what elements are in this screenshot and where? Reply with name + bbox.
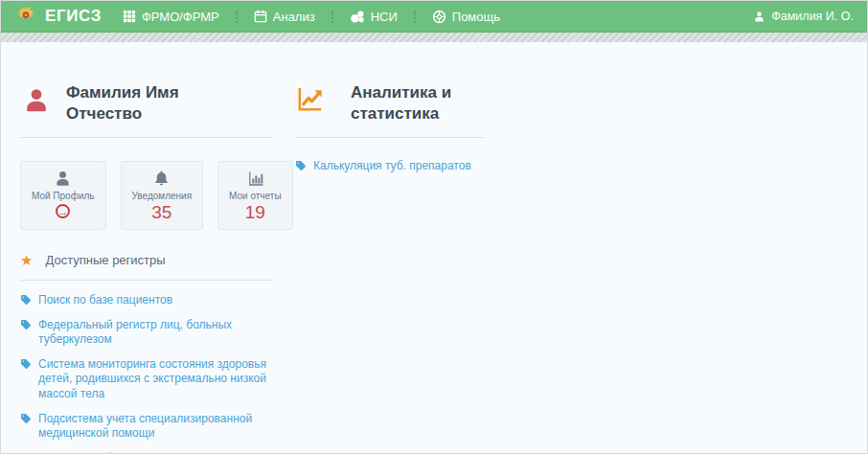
coat-of-arms-logo-icon xyxy=(14,5,37,28)
link-label: Система мониторинга состояния здоровья д… xyxy=(38,357,272,402)
profile-header: Фамилия Имя Отчество xyxy=(20,82,272,125)
nav-separator xyxy=(236,11,238,23)
link-label: Федеральный регистр лиц, больных туберку… xyxy=(38,318,272,348)
link-children-monitoring-system[interactable]: Система мониторинга состояния здоровья д… xyxy=(20,357,272,402)
link-specialized-care-subsystem[interactable]: Подсистема учета специализированной меди… xyxy=(20,412,272,442)
link-patient-search[interactable]: Поиск по базе пациентов xyxy=(20,293,272,308)
card-label: Уведомления xyxy=(132,191,193,201)
bar-chart-icon xyxy=(229,170,282,188)
tag-icon xyxy=(20,319,32,330)
nav-item-label: Помощь xyxy=(452,10,500,24)
nav-separator xyxy=(331,11,333,23)
bell-icon xyxy=(132,170,193,188)
lifebuoy-icon xyxy=(432,10,446,24)
registers-links: Поиск по базе пациентов Федеральный реги… xyxy=(20,293,272,454)
user-menu[interactable]: Фамилия И. О. xyxy=(753,10,854,23)
link-label: Калькуляция туб. препаратов xyxy=(313,159,471,174)
nav-item-nsi[interactable]: НСИ xyxy=(350,10,398,24)
brand-title: ЕГИСЗ xyxy=(45,7,102,26)
person-icon xyxy=(32,170,95,188)
tag-icon xyxy=(20,294,32,306)
decorative-hatch-strip xyxy=(1,33,867,42)
link-label: Подсистема учета специализированной меди… xyxy=(38,412,272,442)
calendar-icon xyxy=(254,10,267,23)
tag-icon xyxy=(20,358,32,370)
profile-title: Фамилия Имя Отчество xyxy=(66,82,205,125)
nav-item-label: Анализ xyxy=(273,10,315,24)
star-icon: ★ xyxy=(20,253,33,267)
grid-icon xyxy=(123,10,136,23)
link-tub-drugs-calculation[interactable]: Калькуляция туб. препаратов xyxy=(295,159,501,174)
analytics-title: Аналитика и статистика xyxy=(351,82,490,125)
profile-column: Фамилия Имя Отчество Мой Профиль → xyxy=(20,82,272,454)
nav-item-analiz[interactable]: Анализ xyxy=(254,10,315,24)
egisz-portal-window: ЕГИСЗ ФРМО/ФРМР Анализ НСИ xyxy=(0,0,868,454)
tag-icon xyxy=(295,160,307,171)
card-my-profile[interactable]: Мой Профиль → xyxy=(20,161,106,230)
person-icon xyxy=(22,84,51,117)
link-label: Поиск по базе пациентов xyxy=(38,293,172,308)
nav-item-label: НСИ xyxy=(371,10,398,24)
top-navbar: ЕГИСЗ ФРМО/ФРМР Анализ НСИ xyxy=(1,1,867,33)
section-available-registers: ★ Доступные регистры xyxy=(20,253,272,267)
divider xyxy=(295,137,485,138)
notifications-count: 35 xyxy=(132,203,193,223)
nav-separator xyxy=(414,11,416,23)
card-label: Мой Профиль xyxy=(32,191,95,201)
card-label: Мои отчеты xyxy=(229,191,282,201)
user-icon xyxy=(753,11,765,23)
link-tuberculosis-register[interactable]: Федеральный регистр лиц, больных туберку… xyxy=(20,318,272,348)
nav-item-label: ФРМО/ФРМР xyxy=(142,10,219,24)
circles-icon xyxy=(350,10,365,24)
user-name: Фамилия И. О. xyxy=(771,10,854,23)
card-my-reports[interactable]: Мои отчеты 19 xyxy=(217,161,293,230)
home-link[interactable]: ЕГИСЗ xyxy=(14,5,123,28)
section-title: Доступные регистры xyxy=(45,253,165,267)
divider xyxy=(20,137,272,138)
analytics-header: Аналитика и статистика xyxy=(295,82,501,125)
main-content: Фамилия Имя Отчество Мой Профиль → xyxy=(1,42,867,454)
arrow-right-circle-icon: → xyxy=(56,204,70,218)
nav-item-help[interactable]: Помощь xyxy=(432,10,500,24)
divider xyxy=(20,280,272,281)
reports-count: 19 xyxy=(229,203,282,223)
analytics-column: Аналитика и статистика Калькуляция туб. … xyxy=(295,82,501,454)
profile-cards: Мой Профиль → Уведомления 35 xyxy=(20,161,272,230)
line-chart-icon xyxy=(295,84,325,114)
nav-item-frmo-frmr[interactable]: ФРМО/ФРМР xyxy=(123,10,219,24)
analytics-links: Калькуляция туб. препаратов xyxy=(295,159,501,174)
tag-icon xyxy=(20,413,32,424)
card-notifications[interactable]: Уведомления 35 xyxy=(121,161,204,230)
